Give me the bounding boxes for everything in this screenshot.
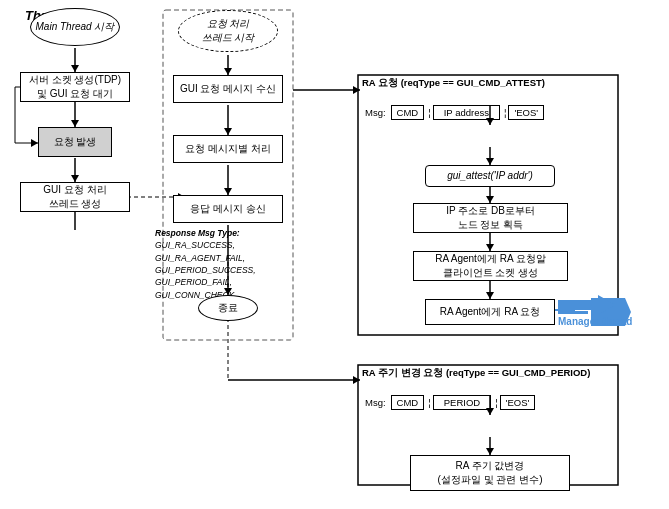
svg-marker-27 [486, 158, 494, 165]
svg-marker-10 [31, 139, 38, 147]
cmd-cell-period: CMD [391, 395, 425, 410]
svg-marker-29 [486, 196, 494, 203]
server-socket-box: 서버 소켓 생성(TDP)및 GUI 요청 대기 [20, 72, 130, 102]
svg-marker-46 [558, 295, 616, 315]
gui-thread-create-box: GUI 요청 처리쓰레드 생성 [20, 182, 130, 212]
request-diamond: 요청 발생 [38, 127, 112, 157]
cmd-cell-attest: CMD [391, 105, 425, 120]
svg-marker-33 [486, 292, 494, 299]
ra-period-change-box: RA 주기 값변경(설정파일 및 관련 변수) [410, 455, 570, 491]
eos-cell-attest: 'EOS' [508, 105, 544, 120]
diagram: Thread Main Thread 시작 서버 소켓 생성(TDP)및 GUI… [0, 0, 669, 509]
gui-attest-func: gui_attest('IP addr') [425, 165, 555, 187]
period-cell: PERIOD [433, 395, 491, 410]
svg-marker-3 [71, 120, 79, 127]
ra-attest-msg-row: Msg: CMD ¦ IP address ¦ 'EOS' [365, 105, 544, 120]
eos-cell-period: 'EOS' [500, 395, 536, 410]
end-oval: 종료 [198, 295, 258, 321]
gui-msg-receive-box: GUI 요청 메시지 수신 [173, 75, 283, 103]
svg-marker-23 [353, 86, 360, 94]
svg-marker-41 [486, 448, 494, 455]
svg-marker-14 [224, 128, 232, 135]
req-msg-process-box: 요청 메시지별 처리 [173, 135, 283, 163]
ra-attest-title: RA 요청 (reqType == GUI_CMD_ATTEST) [362, 77, 545, 90]
ip-cell: IP address [433, 105, 500, 120]
ra-agent-socket-box: RA Agent에게 RA 요청알클라이언트 소켓 생성 [413, 251, 568, 281]
svg-marker-1 [71, 65, 79, 72]
svg-marker-5 [71, 175, 79, 182]
req-thread-start: 요청 처리쓰레드 시작 [178, 10, 278, 52]
response-msg-type-label: Response Msg Type: GUI_RA_SUCCESS,GUI_RA… [155, 227, 256, 301]
db-node-info-box: IP 주소로 DB로부터노드 정보 획득 [413, 203, 568, 233]
svg-marker-31 [486, 244, 494, 251]
ra-period-msg-row: Msg: CMD ¦ PERIOD ¦ 'EOS' [365, 395, 535, 410]
main-thread-start: Main Thread 시작 [30, 8, 120, 46]
ra-agent-request-box: RA Agent에게 RA 요청 [425, 299, 555, 325]
ra-period-title: RA 주기 변경 요청 (reqType == GUI_CMD_PERIOD) [362, 367, 590, 380]
svg-marker-16 [224, 188, 232, 195]
svg-marker-37 [353, 376, 360, 384]
manager-thread-label: Manager thread [558, 316, 648, 327]
svg-marker-12 [224, 68, 232, 75]
resp-msg-send-box: 응답 메시지 송신 [173, 195, 283, 223]
